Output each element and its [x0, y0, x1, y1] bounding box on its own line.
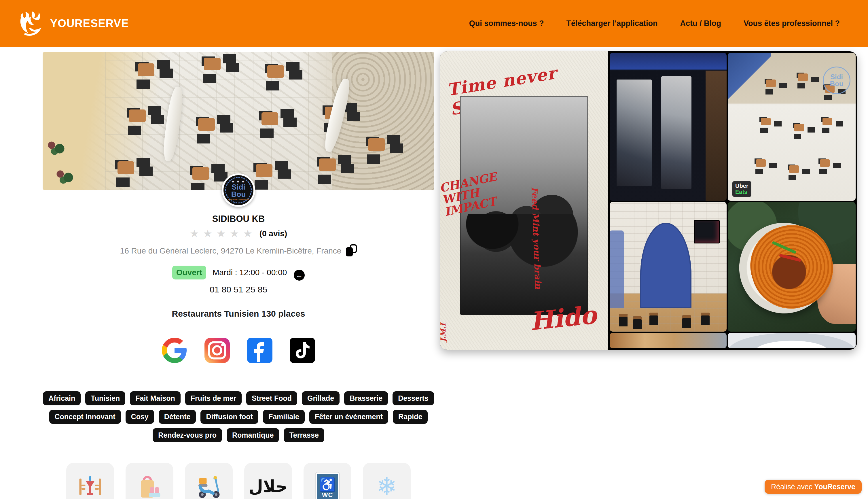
- badge-prefix: Réalisé avec: [771, 483, 814, 491]
- nav-actu-blog[interactable]: Actu / Blog: [680, 19, 721, 28]
- tag-familiale: Familiale: [263, 410, 305, 424]
- tags-row-2: Concept Innovant Cosy Détente Diffusion …: [0, 410, 477, 424]
- tag-brasserie: Brasserie: [344, 391, 388, 405]
- tag-diffusion-foot: Diffusion foot: [200, 410, 258, 424]
- wall-tv: [694, 220, 719, 243]
- nav-qui-sommes-nous[interactable]: Qui sommes-nous ?: [469, 19, 544, 28]
- tag-fait-maison: Fait Maison: [130, 391, 181, 405]
- tag-cosy: Cosy: [126, 410, 154, 424]
- tag-terrasse: Terrasse: [284, 428, 324, 442]
- tag-desserts: Desserts: [393, 391, 434, 405]
- tiktok-link[interactable]: [288, 337, 316, 364]
- rating-row: ★★★★★ (0 avis): [0, 228, 477, 240]
- star-icon: ★: [190, 228, 203, 240]
- instagram-icon: [203, 337, 231, 364]
- tag-grillade: Grillade: [302, 391, 339, 405]
- main-nav: Qui sommes-nous ? Télécharger l'applicat…: [469, 19, 851, 28]
- google-icon: [161, 337, 188, 364]
- tag-concept-innovant: Concept Innovant: [49, 410, 121, 424]
- tag-rapide: Rapide: [393, 410, 428, 424]
- tiktok-icon: [288, 337, 316, 364]
- tag-detente: Détente: [159, 410, 196, 424]
- star-icon: ★: [203, 228, 216, 240]
- collage-storefront-photo[interactable]: [610, 53, 727, 201]
- accessible-wc-icon: ♿ WC: [315, 473, 339, 499]
- tag-fruits-de-mer: Fruits de mer: [185, 391, 241, 405]
- amenity-halal: حلال: [244, 463, 292, 499]
- amenity-accessible-wc: ♿ WC: [303, 463, 351, 499]
- nav-telecharger-application[interactable]: Télécharger l'application: [566, 19, 657, 28]
- google-link[interactable]: [161, 337, 188, 364]
- tags-row-1: Africain Tunisien Fait Maison Fruits de …: [0, 391, 477, 405]
- copy-address-button[interactable]: [346, 244, 357, 256]
- amenities-row: حلال ♿ WC ❄: [0, 463, 477, 499]
- amenity-takeout: [126, 463, 173, 499]
- collage-polaroid-photo[interactable]: Time never Stops. CHANGE WITH IMPACT Fee…: [440, 51, 608, 350]
- address-row: 16 Rue du Général Leclerc, 94270 Le Krem…: [0, 244, 477, 256]
- brand-home-link[interactable]: YOURESERVE: [17, 10, 129, 37]
- collage-bread-photo-partial[interactable]: [610, 333, 727, 348]
- badge-brand: YouReserve: [814, 483, 855, 491]
- nav-professionnel[interactable]: Vous êtes professionnel ?: [744, 19, 840, 28]
- tags-row-3: Rendez-vous pro Romantique Terrasse: [0, 428, 477, 442]
- address-text: 16 Rue du Général Leclerc, 94270 Le Krem…: [120, 246, 342, 255]
- collage-terrace-photo[interactable]: Sidi Bou Uber Eats: [728, 53, 856, 201]
- brand-name: YOURESERVE: [50, 17, 129, 30]
- hours-text: Mardi : 12:00 - 00:00: [212, 268, 287, 277]
- takeout-bag-icon: [136, 473, 163, 499]
- photo-collage: Time never Stops. CHANGE WITH IMPACT Fee…: [440, 51, 857, 350]
- instagram-link[interactable]: [203, 337, 231, 364]
- bar-table-icon: [76, 473, 104, 499]
- facebook-icon: [246, 337, 274, 364]
- phone-number[interactable]: 01 80 51 25 85: [0, 285, 477, 294]
- back-arrow-icon: ←: [296, 271, 303, 279]
- blue-arch-door: [640, 223, 692, 308]
- collage-plate-photo-partial[interactable]: [728, 333, 856, 348]
- amenity-air-conditioning: ❄: [363, 463, 411, 499]
- collage-interior-photo[interactable]: [610, 202, 727, 332]
- page: YOURESERVE Qui sommes-nous ? Télécharger…: [0, 0, 868, 499]
- terrace-watermark-logo: Sidi Bou: [823, 66, 851, 94]
- tag-tunisien: Tunisien: [85, 391, 125, 405]
- wheelchair-icon: ♿: [319, 478, 335, 491]
- category-capacity: Restaurants Tunisien 130 places: [0, 309, 477, 319]
- hero-cover-photo: [42, 52, 434, 190]
- restaurant-avatar-logo: ◆ ◆ ◆ Sidi Bou Spécialités Tunisiennes: [222, 173, 255, 207]
- logo-dashed-ring: [225, 177, 252, 203]
- uber-eats-badge: Uber Eats: [732, 181, 751, 197]
- star-icon: ★: [243, 228, 256, 240]
- social-links: [0, 337, 477, 364]
- tag-rendez-vous-pro: Rendez-vous pro: [153, 428, 222, 442]
- wc-label: WC: [322, 491, 333, 499]
- header: YOURESERVE Qui sommes-nous ? Télécharger…: [0, 0, 868, 47]
- graffiti-signature-small: J.M.I: [440, 323, 447, 342]
- collage-dish-photo[interactable]: [728, 202, 856, 332]
- open-status-badge: Ouvert: [172, 266, 206, 279]
- hours-row: Ouvert Mardi : 12:00 - 00:00 ←: [0, 266, 477, 281]
- facebook-link[interactable]: [246, 337, 274, 364]
- made-with-youreserve-badge[interactable]: Réalisé avec YouReserve: [765, 480, 862, 494]
- star-icon: ★: [230, 228, 243, 240]
- halal-icon: حلال: [249, 473, 288, 499]
- hero-stone-wall: [332, 52, 434, 190]
- youreserve-logo-icon: [17, 10, 45, 37]
- tag-feter-evenement: Fêter un évènement: [309, 410, 388, 424]
- amenity-bar: [66, 463, 114, 499]
- star-icon: ★: [216, 228, 230, 240]
- hours-expand-button[interactable]: ←: [294, 270, 305, 281]
- restaurant-name: SIDIBOU KB: [0, 214, 477, 224]
- tag-romantique: Romantique: [227, 428, 279, 442]
- delivery-scooter-icon: [195, 473, 223, 499]
- amenity-delivery: [185, 463, 233, 499]
- tag-africain: Africain: [43, 391, 80, 405]
- snowflake-icon: ❄: [377, 473, 397, 499]
- tag-street-food: Street Food: [246, 391, 297, 405]
- reviews-count: (0 avis): [260, 229, 287, 238]
